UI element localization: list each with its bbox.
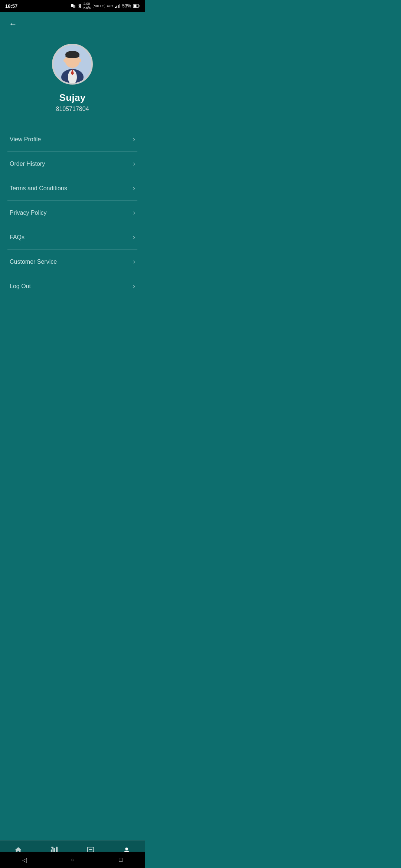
menu-item-customer-service[interactable]: Customer Service› [7,250,137,274]
avatar-container [52,44,93,85]
menu-item-terms-conditions[interactable]: Terms and Conditions› [7,176,137,201]
menu-item-arrow-view-profile: › [133,135,135,143]
avatar [53,45,91,83]
menu-item-arrow-faqs: › [133,233,135,241]
menu-item-label-customer-service: Customer Service [10,259,57,265]
volte-icon: VoLTE [93,4,105,8]
battery-icon [133,4,140,8]
status-icons: 2.00KB/S VoLTE 4G+ 53% [70,2,140,10]
svg-point-17 [78,59,81,62]
menu-item-arrow-terms-conditions: › [133,184,135,192]
status-bar: 18:57 2.00KB/S VoLTE 4G+ [0,0,145,12]
menu-item-label-log-out: Log Out [10,283,31,290]
svg-point-16 [63,59,66,62]
menu-item-faqs[interactable]: FAQs› [7,225,137,250]
menu-item-arrow-customer-service: › [133,258,135,266]
svg-rect-4 [118,5,119,8]
menu-item-arrow-order-history: › [133,160,135,168]
header-bar: ← [0,12,145,36]
menu-item-label-terms-conditions: Terms and Conditions [10,185,67,192]
menu-list: View Profile›Order History›Terms and Con… [0,127,145,298]
menu-item-privacy-policy[interactable]: Privacy Policy› [7,201,137,225]
menu-item-label-view-profile: View Profile [10,136,41,143]
menu-item-arrow-log-out: › [133,282,135,290]
bluetooth-icon [78,3,82,9]
menu-item-order-history[interactable]: Order History› [7,152,137,176]
battery-percent: 53% [122,3,131,9]
svg-rect-5 [119,4,120,9]
svg-rect-1 [73,5,75,8]
menu-item-label-order-history: Order History [10,161,45,167]
phone-wrapper: 18:57 2.00KB/S VoLTE 4G+ [0,0,145,344]
back-arrow-icon: ← [9,19,17,29]
user-phone: 8105717804 [56,106,89,112]
svg-point-15 [65,54,79,58]
network-speed: 2.00KB/S [84,2,91,10]
menu-item-arrow-privacy-policy: › [133,209,135,217]
status-time: 18:57 [5,3,17,9]
menu-item-label-faqs: FAQs [10,234,25,241]
menu-item-label-privacy-policy: Privacy Policy [10,210,47,216]
menu-item-view-profile[interactable]: View Profile› [7,127,137,152]
network-4g-icon: 4G+ [107,4,113,8]
svg-rect-8 [139,5,140,7]
user-name: Sujay [59,92,86,103]
teams-icon [70,3,76,9]
menu-item-log-out[interactable]: Log Out› [7,274,137,298]
svg-rect-2 [115,7,116,8]
back-button[interactable]: ← [7,18,19,30]
svg-rect-3 [116,6,117,9]
svg-rect-7 [134,5,137,7]
signal-icon [115,4,120,8]
profile-section: Sujay 8105717804 [0,36,145,127]
main-content: ← [0,12,145,328]
